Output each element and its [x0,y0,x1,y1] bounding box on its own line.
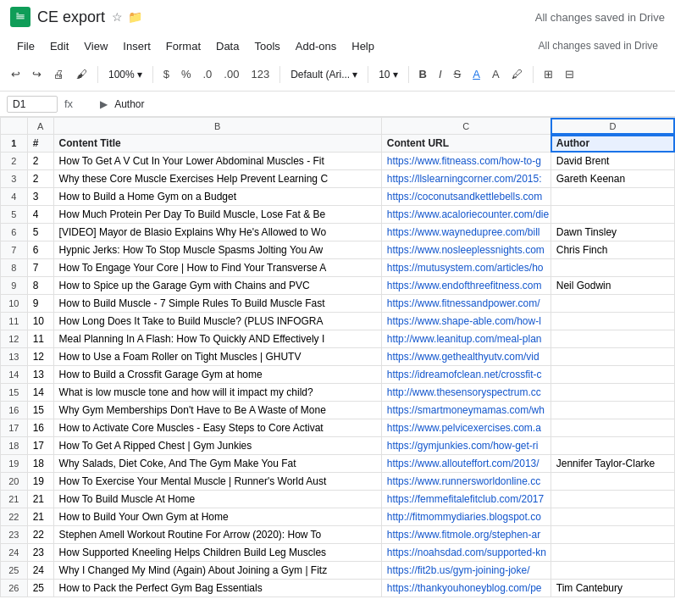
more-formats-button[interactable]: 123 [246,65,274,83]
cell-b[interactable]: Hypnic Jerks: How To Stop Muscle Spasms … [53,241,381,259]
cell-c[interactable]: https://www.pelvicexercises.com.a [381,419,551,437]
cell-a[interactable]: 2 [27,170,53,188]
cell-b[interactable]: Meal Planning In A Flash: How To Quickly… [53,330,381,348]
zoom-select[interactable]: 100% ▾ [104,66,147,83]
cell-a[interactable]: 14 [27,384,53,402]
cell-d[interactable] [551,259,674,277]
cell-c[interactable]: http://www.thesensoryspectrum.cc [381,384,551,402]
cell-a[interactable]: 24 [27,562,53,580]
cell-d[interactable]: Neil Godwin [551,277,674,295]
print-button[interactable]: 🖨 [49,65,69,83]
cell-d[interactable]: David Brent [551,153,674,170]
cell-a[interactable]: 23 [27,544,53,562]
cell-a[interactable]: 21 [27,508,53,526]
cell-c[interactable]: https://fit2b.us/gym-joining-joke/ [381,562,551,580]
cell-b[interactable]: How To Build Muscle At Home [53,491,381,508]
cell-b[interactable]: Why Gym Memberships Don't Have to Be A W… [53,402,381,419]
col-header-d[interactable]: D [551,118,674,135]
menu-file[interactable]: File [10,36,41,56]
menu-tools[interactable]: Tools [247,36,286,56]
cell-c[interactable]: https://mutusystem.com/articles/ho [381,259,551,277]
cell-a[interactable]: 5 [27,224,53,241]
cell-d[interactable] [551,384,674,402]
cell-a[interactable]: 25 [27,580,53,597]
cell-a[interactable]: 22 [27,526,53,544]
italic-button[interactable]: I [434,65,446,83]
menu-addons[interactable]: Add-ons [289,36,343,56]
cell-b[interactable]: Why Salads, Diet Coke, And The Gym Make … [53,455,381,473]
cell-b[interactable]: How To Get A V Cut In Your Lower Abdomin… [53,153,381,170]
cell-b[interactable]: How to Build a Crossfit Garage Gym at ho… [53,366,381,384]
currency-button[interactable]: $ [159,65,174,83]
cell-a[interactable]: 18 [27,455,53,473]
redo-button[interactable]: ↪ [28,65,46,83]
decimal-less-button[interactable]: .0 [199,65,217,83]
cell-d[interactable]: Tim Cantebury [551,580,674,597]
borders-button[interactable]: ⊞ [539,65,557,83]
cell-d[interactable] [551,544,674,562]
col-header-c[interactable]: C [381,118,551,135]
cell-b[interactable]: How to Activate Core Muscles - Easy Step… [53,419,381,437]
star-icon[interactable]: ☆ [112,10,123,24]
menu-edit[interactable]: Edit [43,36,75,56]
cell-c[interactable]: https://www.acaloriecounter.com/die [381,206,551,224]
cell-d[interactable] [551,366,674,384]
cell-b[interactable]: How Supported Kneeling Helps Children Bu… [53,544,381,562]
cell-c[interactable]: https://femmefitalefitclub.com/2017 [381,491,551,508]
cell-b[interactable]: How Long Does It Take to Build Muscle? (… [53,313,381,330]
cell-d[interactable] [551,526,674,544]
cell-d[interactable]: Chris Finch [551,241,674,259]
cell-b[interactable]: How to Build Your Own Gym at Home [53,508,381,526]
cell-a[interactable]: 9 [27,295,53,313]
cell-d[interactable]: Dawn Tinsley [551,224,674,241]
cell-a[interactable]: 10 [27,313,53,330]
cell-a[interactable]: 7 [27,259,53,277]
percent-button[interactable]: % [177,65,196,83]
cell-d[interactable] [551,330,674,348]
cell-a[interactable]: 11 [27,330,53,348]
cell-c[interactable]: https://www.fitmole.org/stephen-ar [381,526,551,544]
cell-b[interactable]: How to Spice up the Garage Gym with Chai… [53,277,381,295]
cell-c[interactable]: https://gymjunkies.com/how-get-ri [381,437,551,455]
cell-b[interactable]: Why I Changed My Mind (Again) About Join… [53,562,381,580]
cell-a[interactable]: 2 [27,153,53,170]
cell-d1[interactable]: Author [551,135,674,153]
cell-d[interactable] [551,295,674,313]
cell-d[interactable] [551,402,674,419]
cell-d[interactable] [551,562,674,580]
cell-a[interactable]: 4 [27,206,53,224]
cell-c[interactable]: https://smartmoneymamas.com/wh [381,402,551,419]
cell-d[interactable]: Gareth Keenan [551,170,674,188]
cell-a[interactable]: 17 [27,437,53,455]
cell-c[interactable]: https://www.nosleeplessnights.com [381,241,551,259]
cell-a[interactable]: 21 [27,491,53,508]
cell-b1[interactable]: Content Title [53,135,381,153]
cell-c[interactable]: https://www.waynedupree.com/bill [381,224,551,241]
cell-b[interactable]: How to Build a Home Gym on a Budget [53,188,381,206]
cell-c[interactable]: https://www.allouteffort.com/2013/ [381,455,551,473]
cell-d[interactable] [551,188,674,206]
menu-view[interactable]: View [77,36,114,56]
col-header-a[interactable]: A [27,118,53,135]
cell-c[interactable]: https://coconutsandkettlebells.com [381,188,551,206]
cell-c[interactable]: https://llslearningcorner.com/2015: [381,170,551,188]
cell-d[interactable] [551,508,674,526]
cell-c[interactable]: https://idreamofclean.net/crossfit-c [381,366,551,384]
cell-b[interactable]: How Much Protein Per Day To Build Muscle… [53,206,381,224]
cell-b[interactable]: How to Build Muscle - 7 Simple Rules To … [53,295,381,313]
cell-b[interactable]: How To Get A Ripped Chest | Gym Junkies [53,437,381,455]
cell-b[interactable]: How To Exercise Your Mental Muscle | Run… [53,473,381,491]
cell-d[interactable]: Jennifer Taylor-Clarke [551,455,674,473]
cell-c[interactable]: https://www.fitneass.com/how-to-g [381,153,551,170]
cell-c1[interactable]: Content URL [381,135,551,153]
cell-b[interactable]: How To Engage Your Core | How to Find Yo… [53,259,381,277]
cell-b[interactable]: Stephen Amell Workout Routine For Arrow … [53,526,381,544]
bold-button[interactable]: B [415,65,431,83]
cell-a[interactable]: 3 [27,188,53,206]
highlight-color-button[interactable]: 🖊 [507,65,527,83]
cell-d[interactable] [551,313,674,330]
cell-c[interactable]: http://fitmommydiaries.blogspot.co [381,508,551,526]
strikethrough-button[interactable]: S [450,65,466,83]
cell-c[interactable]: https://thankyouhoneyblog.com/pe [381,580,551,597]
cell-c[interactable]: https://noahsdad.com/supported-kn [381,544,551,562]
